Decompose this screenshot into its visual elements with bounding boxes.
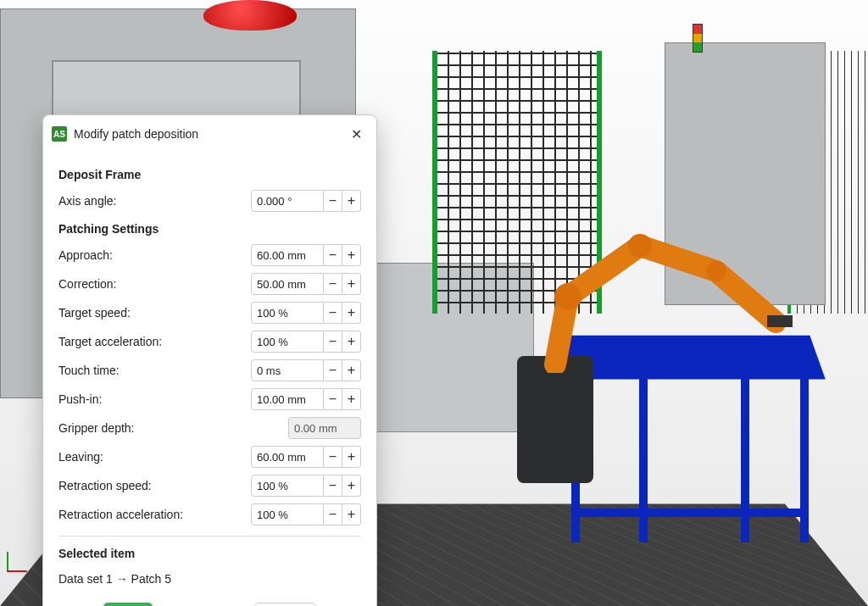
push-in-increment[interactable]: +: [342, 388, 361, 410]
plus-icon: +: [348, 248, 355, 262]
minus-icon: −: [329, 392, 337, 406]
minus-icon: −: [329, 335, 337, 348]
target-accel-decrement[interactable]: −: [324, 331, 342, 353]
retraction-accel-label: Retraction acceleration:: [58, 508, 251, 521]
axis-angle-label: Axis angle:: [58, 194, 251, 208]
minus-icon: −: [329, 194, 337, 208]
minus-icon: −: [329, 248, 337, 262]
touch-time-label: Touch time:: [58, 364, 251, 377]
right-cabinet: [665, 42, 826, 305]
approach-increment[interactable]: +: [342, 244, 361, 266]
plus-icon: +: [348, 508, 355, 521]
row-retraction-accel: Retraction acceleration: − +: [58, 503, 361, 525]
touch-time-increment[interactable]: +: [342, 359, 361, 381]
app-icon: AS: [52, 126, 67, 142]
section-patching-heading: Patching Settings: [58, 222, 361, 236]
touch-time-decrement[interactable]: −: [324, 359, 342, 381]
row-retraction-speed: Retraction speed: − +: [58, 475, 361, 497]
target-accel-label: Target acceleration:: [58, 335, 251, 348]
robot-base: [517, 356, 593, 483]
modify-patch-deposition-dialog: AS Modify patch deposition ✕ Deposit Fra…: [42, 114, 377, 606]
retraction-speed-increment[interactable]: +: [342, 475, 361, 497]
ok-button[interactable]: OK: [103, 603, 153, 606]
axis-angle-increment[interactable]: +: [342, 190, 361, 212]
close-icon: ✕: [351, 127, 362, 142]
dialog-title: Modify patch deposition: [74, 127, 337, 141]
plus-icon: +: [348, 335, 355, 348]
approach-decrement[interactable]: −: [324, 244, 342, 266]
minus-icon: −: [329, 450, 337, 464]
minus-icon: −: [329, 306, 337, 320]
row-target-accel: Target acceleration: − +: [58, 331, 361, 353]
plus-icon: +: [348, 277, 355, 291]
plus-icon: +: [348, 450, 355, 464]
safety-fence: [432, 51, 602, 314]
retraction-speed-label: Retraction speed:: [58, 479, 251, 492]
axis-gizmo-icon: [7, 547, 32, 572]
plus-icon: +: [348, 479, 355, 492]
close-button[interactable]: ✕: [344, 122, 368, 146]
correction-decrement[interactable]: −: [324, 273, 342, 295]
row-axis-angle: Axis angle: − +: [58, 190, 361, 212]
retraction-speed-input[interactable]: [251, 475, 324, 497]
plus-icon: +: [348, 392, 355, 406]
retraction-accel-increment[interactable]: +: [342, 503, 361, 525]
retraction-speed-decrement[interactable]: −: [324, 475, 342, 497]
row-target-speed: Target speed: − +: [58, 302, 361, 324]
target-speed-decrement[interactable]: −: [324, 302, 342, 324]
leaving-decrement[interactable]: −: [324, 446, 342, 468]
minus-icon: −: [329, 277, 337, 291]
correction-label: Correction:: [58, 277, 251, 291]
target-speed-label: Target speed:: [58, 306, 251, 320]
cancel-button[interactable]: Cancel: [254, 603, 317, 606]
target-speed-increment[interactable]: +: [342, 302, 361, 324]
push-in-input[interactable]: [251, 388, 324, 410]
gripper-depth-input: [288, 417, 361, 439]
axis-angle-input[interactable]: [251, 190, 324, 212]
section-deposit-frame-heading: Deposit Frame: [58, 168, 361, 181]
leaving-label: Leaving:: [58, 450, 251, 464]
row-leaving: Leaving: − +: [58, 446, 361, 468]
red-dome: [203, 0, 297, 31]
minus-icon: −: [329, 364, 337, 377]
retraction-accel-decrement[interactable]: −: [324, 503, 342, 525]
separator: [58, 536, 361, 537]
target-accel-increment[interactable]: +: [342, 331, 361, 353]
target-speed-input[interactable]: [251, 302, 324, 324]
push-in-label: Push-in:: [58, 392, 251, 406]
correction-input[interactable]: [251, 273, 324, 295]
row-approach: Approach: − +: [58, 244, 361, 266]
leaving-increment[interactable]: +: [342, 446, 361, 468]
row-gripper-depth: Gripper depth:: [58, 417, 361, 439]
approach-label: Approach:: [58, 248, 251, 262]
svg-point-1: [628, 234, 652, 258]
row-touch-time: Touch time: − +: [58, 359, 361, 381]
target-accel-input[interactable]: [251, 331, 324, 353]
correction-increment[interactable]: +: [342, 273, 361, 295]
plus-icon: +: [348, 194, 355, 208]
plus-icon: +: [348, 306, 355, 320]
section-selected-heading: Selected item: [58, 547, 361, 560]
touch-time-input[interactable]: [251, 359, 324, 381]
row-push-in: Push-in: − +: [58, 388, 361, 410]
signal-light: [693, 24, 703, 53]
minus-icon: −: [329, 479, 337, 492]
approach-input[interactable]: [251, 244, 324, 266]
axis-angle-decrement[interactable]: −: [324, 190, 342, 212]
retraction-accel-input[interactable]: [251, 503, 324, 525]
leaving-input[interactable]: [251, 446, 324, 468]
row-correction: Correction: − +: [58, 273, 361, 295]
push-in-decrement[interactable]: −: [324, 388, 342, 410]
dialog-titlebar[interactable]: AS Modify patch deposition ✕: [43, 115, 376, 153]
blue-table: [563, 322, 817, 542]
selected-item-text: Data set 1 → Patch 5: [58, 569, 361, 591]
minus-icon: −: [329, 508, 337, 521]
gripper-depth-label: Gripper depth:: [58, 421, 288, 435]
plus-icon: +: [348, 364, 355, 377]
